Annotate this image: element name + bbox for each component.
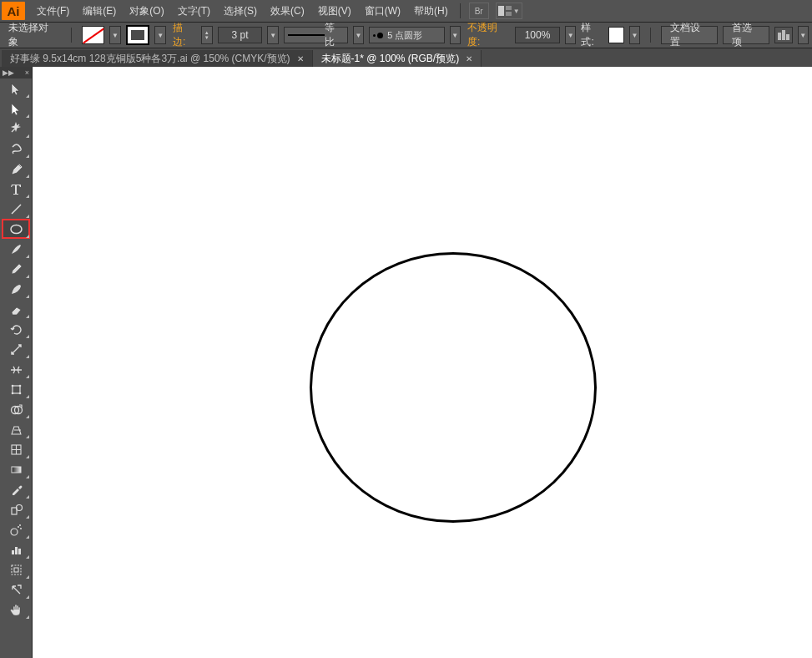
fill-dropdown[interactable]: ▼ xyxy=(109,26,120,44)
preferences-button[interactable]: 首选项 xyxy=(723,26,769,44)
spray-icon xyxy=(9,523,23,537)
perspective-grid-tool[interactable] xyxy=(2,419,30,439)
align-dropdown[interactable]: ▼ xyxy=(798,26,809,44)
perspective-icon xyxy=(9,423,23,437)
eyedrop-icon xyxy=(9,483,23,497)
hand-tool[interactable] xyxy=(2,600,30,620)
svg-rect-0 xyxy=(498,6,504,16)
blob-brush-tool[interactable] xyxy=(2,279,30,299)
graphic-style-swatch[interactable] xyxy=(608,27,624,43)
selection-tool[interactable] xyxy=(2,78,30,99)
eyedropper-tool[interactable] xyxy=(2,479,30,499)
tools-panel-header[interactable]: ▶▶ × xyxy=(0,67,32,78)
ellipse-icon xyxy=(9,222,23,236)
type-tool[interactable] xyxy=(2,179,30,199)
align-panel-button[interactable] xyxy=(774,27,792,43)
ellipse-shape[interactable] xyxy=(310,252,597,523)
paintbrush-tool[interactable] xyxy=(2,239,30,259)
menu-window[interactable]: 窗口(W) xyxy=(358,0,407,22)
submenu-indicator xyxy=(26,355,29,358)
opacity-field[interactable]: 100% xyxy=(515,27,560,43)
uniform-label: 等比 xyxy=(325,21,344,49)
arrange-documents-button[interactable]: ▼ xyxy=(496,3,522,19)
blend-tool[interactable] xyxy=(2,499,30,519)
column-graph-tool[interactable] xyxy=(2,539,30,559)
stroke-profile-dropdown[interactable]: ▼ xyxy=(353,26,364,44)
opacity-dropdown[interactable]: ▼ xyxy=(565,26,576,44)
opacity-label[interactable]: 不透明度: xyxy=(466,21,510,49)
canvas[interactable] xyxy=(33,67,812,658)
menu-view[interactable]: 视图(V) xyxy=(311,0,358,22)
submenu-indicator xyxy=(26,475,29,478)
style-label: 样式: xyxy=(581,21,603,49)
stroke-swatch[interactable] xyxy=(126,25,150,45)
separator xyxy=(460,3,461,18)
stroke-weight-dropdown[interactable]: ▼ xyxy=(267,26,278,44)
stroke-label[interactable]: 描边: xyxy=(171,21,196,49)
wand-icon xyxy=(9,122,23,136)
scale-tool[interactable] xyxy=(2,339,30,359)
slice-tool[interactable] xyxy=(2,580,30,600)
gradient-icon xyxy=(9,463,23,477)
eraser-tool[interactable] xyxy=(2,299,30,319)
menu-file[interactable]: 文件(F) xyxy=(30,0,76,22)
pen-tool[interactable] xyxy=(2,159,30,179)
gradient-tool[interactable] xyxy=(2,459,30,479)
ellipse-tool[interactable] xyxy=(2,219,30,239)
fill-swatch[interactable] xyxy=(82,26,104,44)
shape-builder-tool[interactable] xyxy=(2,399,30,419)
rotate-tool[interactable] xyxy=(2,319,30,339)
submenu-indicator xyxy=(26,154,29,158)
menu-edit[interactable]: 编辑(E) xyxy=(76,0,123,22)
submenu-indicator xyxy=(26,535,29,539)
style-dropdown[interactable]: ▼ xyxy=(629,26,640,44)
brush-definition[interactable]: 5 点圆形 xyxy=(369,27,444,43)
pencil-tool[interactable] xyxy=(2,259,30,279)
scale-icon xyxy=(9,342,23,357)
brush-preview-icon: 5 点圆形 xyxy=(373,29,422,42)
lasso-tool[interactable] xyxy=(2,139,30,159)
rotate-icon xyxy=(9,322,23,337)
submenu-indicator xyxy=(26,315,29,318)
symbol-sprayer-tool[interactable] xyxy=(2,519,30,539)
bridge-button[interactable]: Br xyxy=(469,3,489,19)
direct-selection-tool[interactable] xyxy=(2,99,30,119)
menu-help[interactable]: 帮助(H) xyxy=(407,0,455,22)
document-setup-button[interactable]: 文档设置 xyxy=(661,26,718,44)
brush-dropdown[interactable]: ▼ xyxy=(450,26,461,44)
submenu-indicator xyxy=(26,555,29,559)
stroke-dropdown[interactable]: ▼ xyxy=(154,26,165,44)
stroke-weight-stepper[interactable]: ▲▼ xyxy=(201,26,212,44)
menu-select[interactable]: 选择(S) xyxy=(217,0,264,22)
menu-bar: Ai 文件(F) 编辑(E) 对象(O) 文字(T) 选择(S) 效果(C) 视… xyxy=(0,0,812,23)
submenu-indicator xyxy=(26,495,29,499)
mesh-tool[interactable] xyxy=(2,439,30,459)
slice-icon xyxy=(9,583,23,597)
document-tab-1[interactable]: 好事缘 9.5x14cm 128克铜版5种各3万.ai @ 150% (CMYK… xyxy=(2,50,313,67)
tools-panel: ▶▶ × xyxy=(0,67,33,658)
app-logo: Ai xyxy=(2,2,25,20)
artboard-tool[interactable] xyxy=(2,559,30,580)
close-icon[interactable]: ✕ xyxy=(297,54,304,63)
close-icon[interactable]: × xyxy=(25,68,29,77)
submenu-indicator xyxy=(26,395,29,398)
document-tab-2[interactable]: 未标题-1* @ 100% (RGB/预览) ✕ xyxy=(313,50,482,67)
menu-text[interactable]: 文字(T) xyxy=(171,0,217,22)
document-tab-bar: 好事缘 9.5x14cm 128克铜版5种各3万.ai @ 150% (CMYK… xyxy=(0,48,812,68)
submenu-indicator xyxy=(26,275,29,278)
menu-object[interactable]: 对象(O) xyxy=(123,0,170,22)
free-transform-tool[interactable] xyxy=(2,379,30,399)
submenu-indicator xyxy=(26,295,29,298)
width-tool[interactable] xyxy=(2,359,30,379)
menu-effect[interactable]: 效果(C) xyxy=(264,0,311,22)
close-icon[interactable]: ✕ xyxy=(466,54,472,63)
svg-rect-1 xyxy=(506,6,512,10)
svg-rect-5 xyxy=(786,34,789,40)
stroke-profile[interactable]: 等比 xyxy=(284,27,348,43)
tab-label: 未标题-1* @ 100% (RGB/预览) xyxy=(321,52,460,66)
stroke-weight-field[interactable]: 3 pt xyxy=(218,27,263,43)
line-tool[interactable] xyxy=(2,199,30,219)
submenu-indicator xyxy=(26,575,29,579)
submenu-indicator xyxy=(26,134,29,138)
magic-wand-tool[interactable] xyxy=(2,119,30,139)
